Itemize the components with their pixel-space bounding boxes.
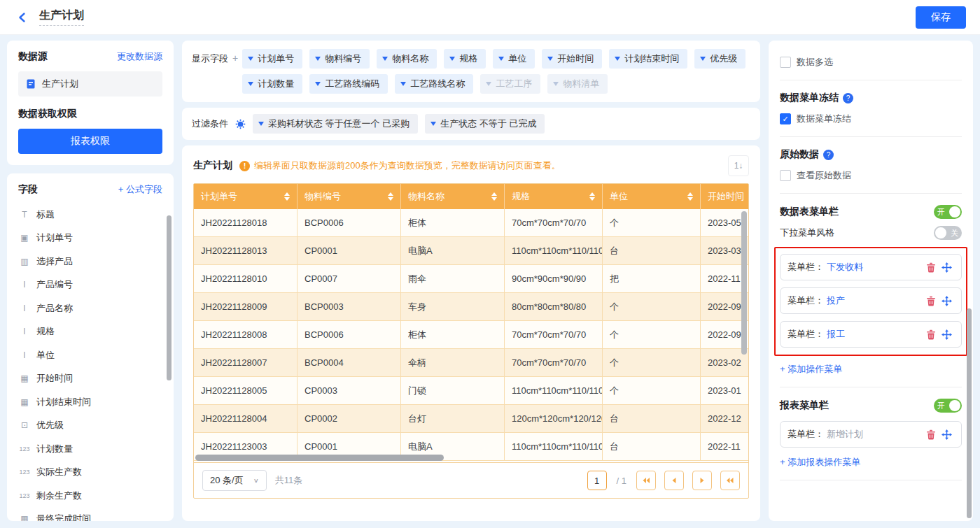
field-item-单位[interactable]: I单位 — [18, 343, 162, 367]
sort-carets-icon[interactable] — [284, 192, 290, 201]
save-button[interactable]: 保存 — [916, 6, 966, 29]
column-header-物料名称[interactable]: 物料名称 — [401, 184, 505, 209]
display-field-chip-规格[interactable]: 规格 — [444, 49, 486, 69]
first-page-button[interactable] — [636, 471, 656, 490]
delete-trash-icon[interactable] — [923, 329, 939, 340]
field-item-实际生产数[interactable]: 123实际生产数 — [18, 461, 162, 485]
delete-trash-icon[interactable] — [923, 296, 939, 306]
table-row[interactable]: JH20221128005CP0003门锁110cm*110cm*110/110… — [194, 377, 748, 405]
prev-page-button[interactable] — [664, 471, 684, 490]
add-report-action-menu-link[interactable]: + 添加报表操作菜单 — [780, 456, 860, 469]
display-field-chip-工艺路线名称[interactable]: 工艺路线名称 — [395, 74, 473, 94]
menu-bar-value[interactable]: 下发收料 — [827, 261, 923, 273]
datasource-item[interactable]: 生产计划 — [18, 71, 162, 97]
report-permission-button[interactable]: 报表权限 — [18, 129, 162, 154]
freeze-checkbox[interactable]: ✓ — [780, 113, 791, 124]
field-item-最终完成时间[interactable]: ▦最终完成时间 — [18, 508, 162, 522]
menu-bar-item[interactable]: 菜单栏：投产 — [780, 287, 962, 314]
field-item-剩余生产数[interactable]: 123剩余生产数 — [18, 484, 162, 508]
field-item-产品名称[interactable]: I产品名称 — [18, 297, 162, 320]
field-item-产品编号[interactable]: I产品编号 — [18, 273, 162, 297]
multi-select-checkbox[interactable] — [780, 57, 791, 68]
field-item-计划结束时间[interactable]: ▦计划结束时间 — [18, 390, 162, 414]
page-number-input[interactable]: 1 — [587, 471, 607, 490]
menu-bar-item[interactable]: 菜单栏：下发收料 — [780, 254, 962, 280]
delete-trash-icon[interactable] — [923, 429, 939, 440]
display-field-chip-计划单号[interactable]: 计划单号 — [242, 49, 302, 69]
menu-bar-item[interactable]: 菜单栏：新增计划 — [780, 421, 962, 448]
sort-carets-icon[interactable] — [687, 192, 693, 201]
sort-order-button[interactable]: 1↓ — [728, 155, 749, 176]
raw-data-checkbox-row[interactable]: 查看原始数据 — [780, 169, 962, 182]
display-field-chip-物料清单[interactable]: 物料清单 — [547, 74, 608, 94]
field-item-标题[interactable]: T标题 — [18, 203, 162, 227]
help-icon[interactable]: ? — [843, 93, 853, 104]
menu-bar-prefix: 菜单栏： — [788, 328, 824, 341]
display-field-chip-计划数量[interactable]: 计划数量 — [242, 74, 302, 94]
display-field-chip-开始时间[interactable]: 开始时间 — [542, 49, 602, 69]
add-action-menu-link[interactable]: + 添加操作菜单 — [780, 363, 842, 376]
sort-carets-icon[interactable] — [388, 192, 393, 201]
page-size-select[interactable]: 20 条/页 ∨ — [202, 470, 267, 491]
sort-carets-icon[interactable] — [589, 192, 595, 201]
sort-carets-icon[interactable] — [491, 192, 497, 201]
freeze-section-title: 数据菜单冻结 — [780, 92, 839, 104]
table-cell: JH20221128008 — [194, 321, 298, 349]
freeze-checkbox-row[interactable]: ✓ 数据菜单冻结 — [780, 113, 962, 125]
display-field-chip-物料名称[interactable]: 物料名称 — [377, 49, 437, 69]
table-row[interactable]: JH20221128013CP0001电脑A110cm*110cm*110/11… — [194, 237, 748, 265]
display-field-chip-物料编号[interactable]: 物料编号 — [309, 49, 370, 69]
column-header-计划单号[interactable]: 计划单号 — [194, 184, 298, 209]
table-vertical-scrollbar[interactable] — [741, 211, 747, 355]
field-item-选择产品[interactable]: ▥选择产品 — [18, 250, 162, 273]
table-row[interactable]: JH20221128010CP0007雨伞90cm*90cm*90/90把202… — [194, 265, 748, 293]
display-field-chip-优先级[interactable]: 优先级 — [694, 49, 746, 69]
add-display-field-button[interactable]: + — [232, 52, 238, 64]
field-item-计划数量[interactable]: 123计划数量 — [18, 437, 162, 461]
move-handle-icon[interactable] — [939, 429, 954, 440]
data-menu-toggle-on[interactable]: 开 — [934, 205, 962, 219]
move-handle-icon[interactable] — [939, 262, 954, 273]
table-row[interactable]: JH20221128018BCP0006柜体70cm*70cm*70/70个20… — [194, 209, 748, 237]
filter-label: 过滤条件 — [192, 117, 228, 130]
formula-field-link[interactable]: + 公式字段 — [118, 183, 162, 196]
raw-data-checkbox[interactable] — [780, 170, 791, 181]
display-field-chip-工艺路线编码[interactable]: 工艺路线编码 — [309, 74, 388, 94]
field-item-规格[interactable]: I规格 — [18, 320, 162, 344]
menu-bar-item[interactable]: 菜单栏：报工 — [780, 321, 962, 348]
menu-bar-value[interactable]: 新增计划 — [827, 428, 923, 441]
move-handle-icon[interactable] — [939, 329, 954, 340]
display-field-chip-单位[interactable]: 单位 — [493, 49, 535, 69]
table-row[interactable]: JH20221128009BCP0003车身80cm*80cm*80/80个20… — [194, 293, 748, 321]
change-datasource-link[interactable]: 更改数据源 — [117, 50, 162, 63]
field-item-优先级[interactable]: ⊡优先级 — [18, 414, 162, 438]
column-header-规格[interactable]: 规格 — [505, 184, 603, 209]
filter-chip[interactable]: 生产状态 不等于 已完成 — [425, 114, 545, 134]
field-item-开始时间[interactable]: ▦开始时间 — [18, 367, 162, 391]
report-menu-toggle-on[interactable]: 开 — [934, 399, 962, 413]
column-header-开始时间[interactable]: 开始时间 — [701, 184, 748, 209]
menu-bar-value[interactable]: 报工 — [827, 328, 923, 341]
fields-scrollbar[interactable] — [167, 215, 172, 380]
back-button[interactable] — [14, 9, 31, 26]
table-horizontal-scrollbar[interactable] — [195, 455, 444, 461]
dropdown-style-toggle-off[interactable]: 关 — [934, 226, 962, 240]
column-header-单位[interactable]: 单位 — [603, 184, 701, 209]
move-handle-icon[interactable] — [939, 296, 954, 306]
settings-scrollbar[interactable] — [967, 308, 972, 518]
table-row[interactable]: JH20221128007BCP0004伞柄70cm*70cm*70/70个20… — [194, 349, 748, 377]
delete-trash-icon[interactable] — [923, 262, 939, 273]
display-field-chip-工艺工序[interactable]: 工艺工序 — [480, 74, 540, 94]
help-icon[interactable]: ? — [823, 150, 834, 160]
field-item-计划单号[interactable]: ▣计划单号 — [18, 227, 162, 250]
last-page-button[interactable] — [720, 471, 740, 490]
multi-select-checkbox-row[interactable]: 数据多选 — [780, 56, 962, 69]
table-row[interactable]: JH20221128008BCP0006柜体70cm*70cm*70/70个20… — [194, 321, 748, 349]
filter-settings-gear-icon[interactable] — [235, 119, 246, 129]
menu-bar-value[interactable]: 投产 — [827, 294, 923, 307]
filter-chip[interactable]: 采购耗材状态 等于任意一个 已采购 — [253, 114, 418, 134]
display-field-chip-计划结束时间[interactable]: 计划结束时间 — [609, 49, 687, 69]
column-header-物料编号[interactable]: 物料编号 — [298, 184, 401, 209]
table-row[interactable]: JH20221128004CP0002台灯120cm*120cm*120/120… — [194, 405, 748, 433]
next-page-button[interactable] — [692, 471, 712, 490]
